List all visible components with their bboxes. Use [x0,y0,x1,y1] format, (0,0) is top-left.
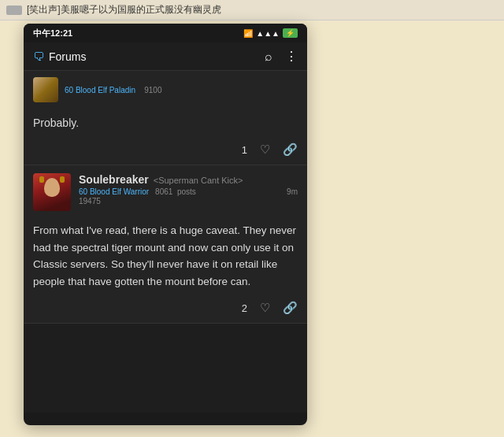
link-icon-post1[interactable]: 🔗 [283,143,298,157]
status-time: 中午12:21 [33,28,72,39]
app-header: 🗨 Forums ⌕ ⋮ [24,43,307,71]
browser-tab-icon [6,6,22,15]
avatar-img-post2 [33,173,71,211]
browser-tab-title: [笑出声]美服嗯子以为国服的正式服没有幽灵虎 [27,3,221,17]
search-icon[interactable]: ⌕ [265,50,272,64]
poster-posts-2: 8061 posts [155,187,196,196]
battery-level-icon: ⚡ [283,28,298,38]
post2-like-count: 2 [242,302,247,314]
more-options-icon[interactable]: ⋮ [285,49,298,64]
like-icon-post2[interactable]: ♡ [260,301,270,315]
phone-frame: 中午12:21 📶 ▲▲▲ ⚡ 🗨 Forums ⌕ ⋮ [24,24,307,425]
post-header-row-2: Soulebreaker <Superman Cant Kick> 60 Blo… [33,173,298,211]
post-actions-2: 2 ♡ 🔗 [24,298,307,323]
post-top-meta: 60 Blood Elf Paladin 9100 [24,71,307,110]
poster-guild-2: <Superman Cant Kick> [154,176,243,185]
status-icons: 📶 ▲▲▲ ⚡ [243,28,298,38]
poster-time-2: 9m [287,187,298,196]
post-meta-row: 60 Blood Elf Paladin 9100 [33,77,298,102]
avatar-post1 [33,77,58,102]
char-class-label: 60 Blood Elf Paladin [65,86,135,94]
post-body-2: From what I've read, there is a huge cav… [24,214,307,298]
link-icon-post2[interactable]: 🔗 [283,301,298,315]
forums-icon: 🗨 [33,50,44,63]
post-card-2: Soulebreaker <Superman Cant Kick> 60 Blo… [24,165,307,324]
avatar-post2 [33,173,71,211]
poster-char-2: 60 Blood Elf Warrior [79,187,149,196]
browser-bar: [笑出声]美服嗯子以为国服的正式服没有幽灵虎 [0,0,504,20]
post-card-1: 60 Blood Elf Paladin 9100 Probably. 1 ♡ … [24,71,307,165]
forums-label: Forums [49,50,86,63]
poster-name-row-2: Soulebreaker <Superman Cant Kick> [79,173,298,186]
poster-info-2: Soulebreaker <Superman Cant Kick> 60 Blo… [79,173,298,206]
post1-like-count: 1 [242,144,247,156]
post-actions-1: 1 ♡ 🔗 [24,139,307,165]
header-right: ⌕ ⋮ [265,49,298,64]
like-icon-post1[interactable]: ♡ [260,143,270,157]
wifi-icon: 📶 [243,29,253,38]
header-left: 🗨 Forums [33,50,86,63]
signal-icon: ▲▲▲ [256,29,280,38]
post1-id: 9100 [144,86,161,94]
poster-stats-row-2: 60 Blood Elf Warrior 8061 posts 9m [79,187,298,196]
char-info-post1: 60 Blood Elf Paladin 9100 [65,86,161,94]
post-body-1: Probably. [24,110,307,139]
poster-post-id-2: 19475 [79,197,298,206]
poster-name-2: Soulebreaker [79,173,149,186]
char-level-class-post1: 60 Blood Elf Paladin 9100 [65,86,161,94]
scroll-content[interactable]: 60 Blood Elf Paladin 9100 Probably. 1 ♡ … [24,71,307,413]
status-bar: 中午12:21 📶 ▲▲▲ ⚡ [24,24,307,43]
avatar-img-post1 [33,77,58,102]
post-top-meta-2: Soulebreaker <Superman Cant Kick> 60 Blo… [24,165,307,214]
